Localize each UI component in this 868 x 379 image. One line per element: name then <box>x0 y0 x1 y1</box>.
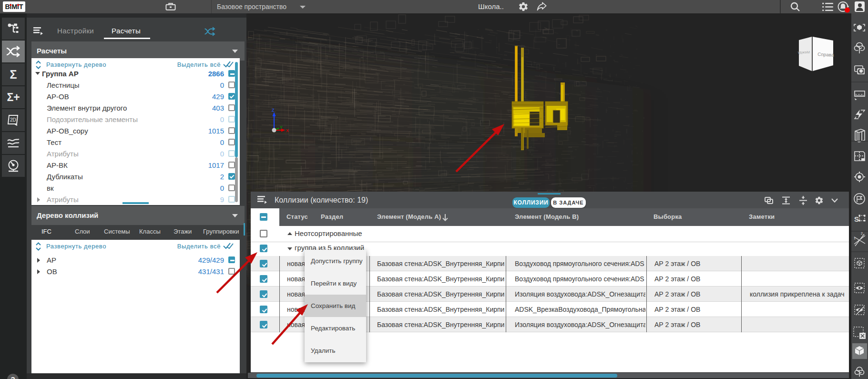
svg-text:Справа: Справа <box>817 51 834 58</box>
svg-text:X: X <box>286 128 289 133</box>
svg-text:1: 1 <box>854 236 856 240</box>
svg-text:Z: Z <box>272 108 275 113</box>
svg-text:Между: Между <box>798 50 810 54</box>
svg-text:2D: 2D <box>10 117 16 123</box>
svg-text:2: 2 <box>861 232 863 235</box>
svg-text:Y: Y <box>280 125 283 130</box>
svg-text:S: S <box>854 215 859 223</box>
